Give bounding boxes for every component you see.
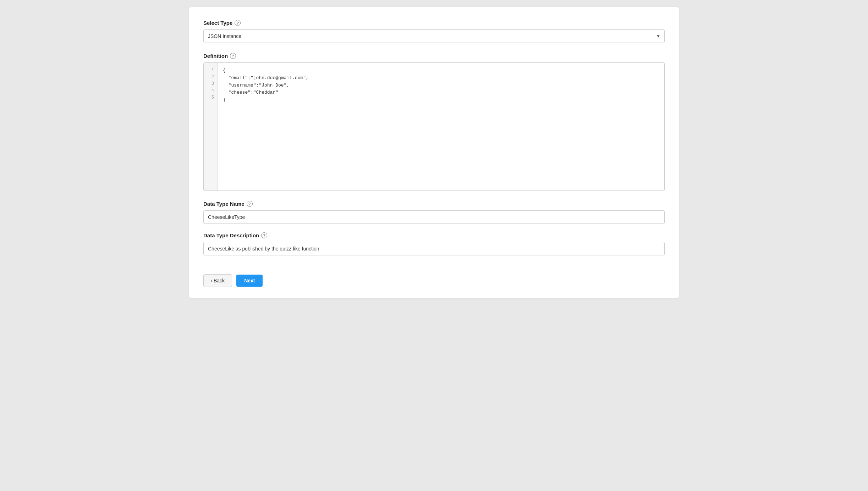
back-button-label: Back	[214, 278, 225, 283]
select-type-help-icon[interactable]: ?	[235, 20, 241, 26]
data-type-description-label: Data Type Description ?	[203, 232, 665, 238]
back-chevron-icon: ‹	[211, 278, 212, 283]
definition-group: Definition ? 1 2 3 4 5 { "email":"john.d…	[203, 53, 665, 191]
line-number-5: 5	[207, 94, 214, 101]
select-type-group: Select Type ? JSON Instance JSON Schema …	[203, 20, 665, 43]
data-type-description-group: Data Type Description ?	[203, 232, 665, 255]
data-type-name-group: Data Type Name ?	[203, 201, 665, 224]
button-row: ‹ Back Next	[203, 274, 665, 287]
data-type-name-label: Data Type Name ?	[203, 201, 665, 207]
line-number-1: 1	[207, 67, 214, 74]
definition-help-icon[interactable]: ?	[230, 53, 236, 59]
line-numbers: 1 2 3 4 5	[204, 63, 218, 191]
next-button-label: Next	[244, 278, 255, 283]
line-number-2: 2	[207, 74, 214, 81]
main-card: Select Type ? JSON Instance JSON Schema …	[189, 7, 679, 298]
code-editor[interactable]: 1 2 3 4 5 { "email":"john.doe@gmail.com"…	[203, 62, 665, 191]
select-type-dropdown[interactable]: JSON Instance JSON Schema XML Schema CSV	[203, 29, 665, 43]
footer-divider	[189, 264, 679, 264]
select-type-text: Select Type	[203, 20, 232, 26]
line-number-3: 3	[207, 81, 214, 87]
data-type-description-input[interactable]	[203, 242, 665, 255]
next-button[interactable]: Next	[236, 275, 263, 287]
data-type-name-help-icon[interactable]: ?	[247, 201, 253, 207]
definition-label: Definition ?	[203, 53, 665, 59]
data-type-description-help-icon[interactable]: ?	[261, 232, 267, 238]
data-type-description-text: Data Type Description	[203, 232, 259, 238]
data-type-name-text: Data Type Name	[203, 201, 245, 207]
data-type-name-input[interactable]	[203, 210, 665, 224]
select-type-label: Select Type ?	[203, 20, 665, 26]
definition-text: Definition	[203, 53, 228, 59]
code-content[interactable]: { "email":"john.doe@gmail.com", "usernam…	[218, 63, 664, 191]
back-button[interactable]: ‹ Back	[203, 274, 232, 287]
line-number-4: 4	[207, 88, 214, 94]
select-type-wrapper: JSON Instance JSON Schema XML Schema CSV…	[203, 29, 665, 43]
